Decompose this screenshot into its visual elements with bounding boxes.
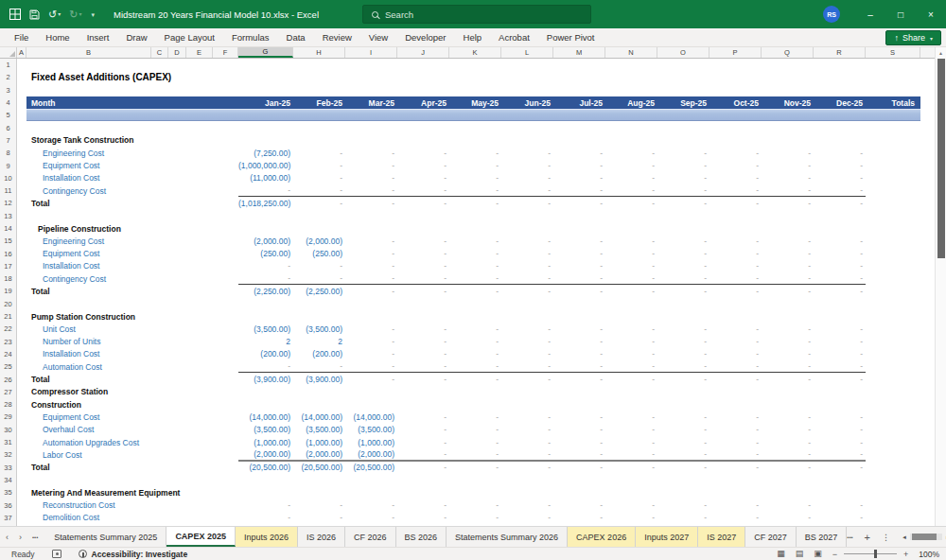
cell-16-m3[interactable]: -	[345, 249, 397, 258]
row-label-26[interactable]: Total	[26, 375, 238, 384]
cell-26-m12[interactable]: -	[814, 375, 866, 384]
cell-17-m9[interactable]: -	[657, 261, 710, 271]
cell-8-m7[interactable]: -	[553, 149, 605, 158]
macro-record-icon[interactable]	[52, 550, 61, 558]
cell-23-m3[interactable]: -	[345, 337, 397, 346]
zoom-slider[interactable]	[844, 553, 897, 554]
cell-23-m7[interactable]: -	[553, 337, 605, 346]
month-header-Sep-25[interactable]: Sep-25	[657, 98, 710, 108]
cell-25-m9[interactable]: -	[657, 361, 710, 371]
row-header-36[interactable]: 36	[0, 499, 17, 511]
cell-A23[interactable]	[17, 336, 26, 348]
cell-A6[interactable]	[17, 121, 26, 133]
cell-32-m7[interactable]: -	[553, 449, 605, 459]
row-header-32[interactable]: 32	[0, 448, 17, 461]
cell-15-m10[interactable]: -	[710, 236, 762, 246]
more-sheets-left-icon[interactable]: •••	[32, 534, 38, 540]
cell-18-m2[interactable]: -	[293, 273, 345, 283]
month-header-Nov-25[interactable]: Nov-25	[762, 98, 814, 108]
cell-A2[interactable]	[17, 71, 26, 83]
cell-9-m12[interactable]: -	[814, 161, 866, 170]
row-header-10[interactable]: 10	[0, 172, 17, 184]
cell-A13[interactable]	[17, 210, 26, 222]
cell-18-m5[interactable]: -	[449, 273, 501, 283]
cell-32-m5[interactable]: -	[449, 449, 501, 459]
cell-25-m10[interactable]: -	[710, 361, 762, 371]
cell-16-m7[interactable]: -	[553, 249, 605, 258]
row-label-25[interactable]: Automation Cost	[26, 362, 238, 372]
cell-37-m4[interactable]: -	[397, 513, 449, 522]
month-header-Dec-25[interactable]: Dec-25	[814, 98, 866, 108]
month-header-Mar-25[interactable]: Mar-25	[345, 98, 397, 108]
cell-9-m7[interactable]: -	[553, 161, 605, 170]
zoom-in-icon[interactable]: +	[903, 550, 908, 559]
cell-31-m2[interactable]: (1,000.00)	[293, 438, 345, 447]
column-header-L[interactable]: L	[501, 47, 553, 58]
menu-tab-page-layout[interactable]: Page Layout	[156, 28, 223, 46]
row-header-3[interactable]: 3	[0, 84, 17, 96]
cell-A36[interactable]	[17, 499, 26, 511]
cell-11-m6[interactable]: -	[501, 185, 553, 195]
cell-16-m6[interactable]: -	[501, 249, 553, 258]
cell-25-m7[interactable]: -	[553, 361, 605, 371]
cell-24-m7[interactable]: -	[553, 349, 605, 359]
cell-10-m3[interactable]: -	[345, 173, 397, 183]
cell-17-m6[interactable]: -	[501, 261, 553, 271]
menu-tab-insert[interactable]: Insert	[79, 28, 118, 46]
cell-12-m9[interactable]: -	[657, 199, 710, 208]
cell-31-m5[interactable]: -	[449, 438, 501, 447]
cell-32-m12[interactable]: -	[814, 449, 866, 459]
row-label-12[interactable]: Total	[26, 199, 238, 208]
row-label-17[interactable]: Installation Cost	[26, 261, 238, 271]
row-header-8[interactable]: 8	[0, 147, 17, 159]
cell-32-m1[interactable]: (2,000.00)	[238, 449, 293, 459]
cell-A14[interactable]	[17, 222, 26, 235]
cell-33-m2[interactable]: (20,500.00)	[293, 463, 345, 472]
undo-icon[interactable]: ↺▾	[48, 9, 61, 20]
month-header-Jan-25[interactable]: Jan-25	[238, 98, 293, 108]
cell-11-m4[interactable]: -	[397, 185, 449, 195]
cell-12-m3[interactable]: -	[345, 199, 397, 208]
cell-15-m12[interactable]: -	[814, 236, 866, 246]
cell-10-m1[interactable]: (11,000.00)	[238, 173, 293, 183]
cell-17-m10[interactable]: -	[710, 261, 762, 271]
cell-33-m11[interactable]: -	[762, 463, 814, 472]
cell-24-m6[interactable]: -	[501, 349, 553, 359]
row-header-38[interactable]: 38	[0, 524, 17, 526]
cell-29-m11[interactable]: -	[762, 412, 814, 422]
column-header-M[interactable]: M	[553, 47, 605, 58]
cell-15-m1[interactable]: (2,000.00)	[238, 236, 293, 246]
cell-11-m7[interactable]: -	[553, 185, 605, 195]
minimize-button[interactable]: –	[855, 0, 885, 28]
cell-22-m10[interactable]: -	[710, 324, 762, 334]
row-label-23[interactable]: Number of Units	[26, 337, 238, 346]
cell-19-m1[interactable]: (2,250.00)	[238, 287, 293, 296]
cell-8-m9[interactable]: -	[657, 149, 710, 158]
cell-36-m8[interactable]: -	[605, 500, 657, 510]
cell-25-m11[interactable]: -	[762, 361, 814, 371]
row-header-18[interactable]: 18	[0, 272, 17, 285]
cell-22-m11[interactable]: -	[762, 324, 814, 334]
cell-30-m7[interactable]: -	[553, 425, 605, 434]
cell-32-m4[interactable]: -	[397, 449, 449, 459]
cell-22-m2[interactable]: (3,500.00)	[293, 324, 345, 334]
cell-17-m11[interactable]: -	[762, 261, 814, 271]
cell-30-m3[interactable]: (3,500.00)	[345, 425, 397, 434]
cell-25-m2[interactable]: -	[293, 361, 345, 371]
cell-18-m8[interactable]: -	[605, 273, 657, 283]
cell-25-m4[interactable]: -	[397, 361, 449, 371]
cell-33-m7[interactable]: -	[553, 463, 605, 472]
column-header-D[interactable]: D	[168, 47, 186, 58]
cell-26-m7[interactable]: -	[553, 375, 605, 384]
cell-A21[interactable]	[17, 310, 26, 323]
cell-36-m2[interactable]: -	[293, 500, 345, 510]
cell-11-m8[interactable]: -	[605, 185, 657, 195]
cell-10-m12[interactable]: -	[814, 173, 866, 183]
cell-30-m4[interactable]: -	[397, 425, 449, 434]
sheet-tab-capex-2026[interactable]: CAPEX 2026	[568, 527, 636, 547]
cell-A10[interactable]	[17, 172, 26, 184]
cell-A8[interactable]	[17, 147, 26, 159]
save-icon[interactable]	[29, 9, 40, 20]
cell-A27[interactable]	[17, 386, 26, 398]
cell-19-m10[interactable]: -	[710, 287, 762, 296]
